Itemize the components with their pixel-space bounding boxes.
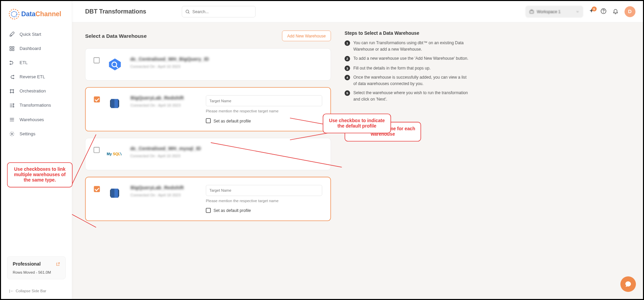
nav-etl[interactable]: ETL [1, 56, 72, 70]
collapse-icon: |← [9, 289, 14, 293]
svg-point-20 [11, 133, 12, 135]
workspace-label: Workspace 1 [537, 9, 573, 14]
svg-point-14 [13, 92, 14, 93]
transformations-icon [9, 103, 14, 108]
nav-warehouses[interactable]: Warehouses [1, 112, 72, 127]
nav-reverse-etl[interactable]: Reverse ETL [1, 70, 72, 84]
step-item: 2To add a new warehouse use the 'Add New… [345, 55, 470, 61]
target-name-input[interactable] [206, 185, 322, 196]
external-link-icon[interactable] [56, 262, 60, 267]
nav-label: Warehouses [20, 117, 44, 122]
svg-marker-37 [110, 189, 111, 198]
nav-settings[interactable]: Settings [1, 127, 72, 141]
orchestration-icon [9, 88, 14, 94]
nav-transformations[interactable]: Transformations [1, 98, 72, 112]
topbar-icons: 6 D [588, 6, 635, 17]
svg-text:SQL: SQL [113, 152, 121, 156]
nav-dashboard[interactable]: Dashboard [1, 42, 72, 56]
default-profile-checkbox[interactable] [206, 208, 211, 213]
collapse-sidebar[interactable]: |← Collapse Side Bar [1, 284, 72, 299]
rocket-icon [9, 32, 14, 37]
svg-rect-6 [12, 49, 14, 51]
etl-icon [9, 60, 14, 65]
bigquery-logo-icon [107, 56, 123, 73]
search-wrap [182, 6, 256, 17]
svg-marker-31 [110, 99, 111, 108]
svg-point-21 [186, 10, 189, 13]
chat-icon [624, 280, 632, 288]
svg-point-8 [10, 64, 11, 65]
content: Select a Data Warehouse Add New Warehous… [72, 22, 643, 299]
annotation-checkbox: Use checkboxes to link multiple warehous… [7, 162, 72, 188]
warehouse-checkbox[interactable] [94, 186, 100, 192]
svg-rect-36 [115, 189, 118, 198]
dashboard-icon [9, 46, 14, 51]
target-name-input[interactable] [206, 95, 322, 106]
svg-point-13 [10, 92, 11, 93]
mysql-logo-icon: MySQL [107, 146, 123, 162]
nav-label: ETL [20, 60, 28, 65]
nav-label: Settings [20, 131, 35, 136]
topbar: DBT Transformations Workspace 1 6 [72, 1, 643, 22]
nav-quick-start[interactable]: Quick Start [1, 27, 72, 42]
svg-point-15 [13, 104, 14, 105]
warehouse-checkbox[interactable] [94, 57, 100, 63]
annotation-default: Use checkbox to indicate the default pro… [323, 114, 391, 133]
target-helper: Please mention the respective target nam… [206, 109, 322, 113]
warehouse-checkbox[interactable] [94, 147, 100, 153]
svg-point-1 [11, 11, 17, 17]
warehouses-icon [9, 117, 14, 122]
target-helper: Please mention the respective target nam… [206, 199, 322, 203]
section-title: Select a Data Warehouse [85, 33, 146, 39]
nav-orchestration[interactable]: Orchestration [1, 84, 72, 98]
warehouse-checkbox[interactable] [94, 97, 100, 103]
default-profile-label: Set as default profile [213, 118, 251, 123]
search-input[interactable] [182, 6, 256, 17]
svg-point-0 [9, 9, 19, 19]
svg-rect-30 [115, 99, 118, 108]
chat-bubble[interactable] [620, 276, 636, 292]
default-profile-label: Set as default profile [213, 208, 251, 213]
step-item: 5Select the warehouse where you wish to … [345, 90, 470, 102]
warehouse-card[interactable]: dc_Centralised_WH_BigQuery_ID Connected … [85, 48, 331, 81]
svg-marker-38 [118, 189, 119, 198]
svg-marker-32 [118, 99, 119, 108]
steps-panel: Steps to Select a Data Warehouse 1You ca… [345, 30, 470, 105]
add-warehouse-button[interactable]: Add New Warehouse [282, 30, 331, 41]
redshift-logo-icon [107, 95, 123, 112]
svg-point-11 [10, 89, 11, 90]
svg-marker-26 [109, 58, 121, 70]
collapse-label: Collapse Side Bar [16, 289, 46, 293]
warehouse-date: Connected On : April 10 2023 [130, 154, 199, 158]
nav: Quick Start Dashboard ETL Reverse ETL Or… [1, 25, 72, 251]
sparkle-button[interactable]: 6 [588, 8, 594, 15]
warehouse-list-col: Select a Data Warehouse Add New Warehous… [85, 30, 331, 227]
warehouse-name: dc_Centralised_WH_mysql_ID [130, 146, 199, 152]
warehouse-card[interactable]: MySQL dc_Centralised_WH_mysql_ID Connect… [85, 138, 331, 170]
warehouse-date: Connected On : April 18 2023 [130, 193, 199, 197]
notification-badge: 6 [592, 6, 597, 11]
warehouse-card[interactable]: BigQueryLab_Redshift Connected On : Apri… [85, 87, 331, 131]
warehouse-card[interactable]: BigQueryLab_Redshift Connected On : Apri… [85, 177, 331, 221]
svg-point-7 [10, 61, 11, 62]
svg-rect-35 [111, 189, 115, 198]
warehouse-name: dc_Centralised_WH_BigQuery_ID [130, 56, 199, 62]
steps-title: Steps to Select a Data Warehouse [345, 30, 470, 36]
workspace-select[interactable]: Workspace 1 [526, 6, 583, 17]
warehouse-date: Connected On : April 10 2023 [130, 64, 199, 69]
svg-rect-5 [10, 49, 11, 51]
page-title: DBT Transformations [85, 8, 146, 15]
svg-point-16 [13, 106, 14, 107]
bell-button[interactable] [612, 8, 618, 15]
svg-point-12 [13, 89, 14, 90]
help-button[interactable] [601, 8, 607, 15]
default-profile-checkbox[interactable] [206, 118, 211, 123]
svg-rect-29 [111, 99, 115, 108]
bell-icon [612, 8, 618, 14]
step-item: 3Fill out the details in the form that p… [345, 65, 470, 71]
avatar[interactable]: D [624, 6, 635, 17]
svg-rect-4 [12, 47, 14, 48]
warehouse-name: BigQueryLab_Redshift [130, 185, 199, 191]
nav-label: Transformations [20, 103, 51, 108]
help-icon [601, 8, 607, 14]
